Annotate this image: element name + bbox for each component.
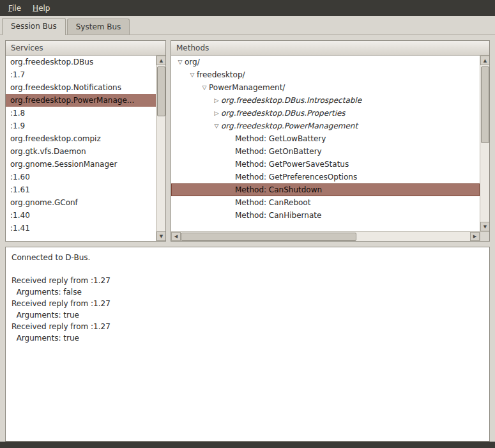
tree-row[interactable]: org.freedesktop.PowerManagement [171,120,480,132]
services-column-header[interactable]: Services [6,41,165,56]
expander-open-icon[interactable] [212,123,221,129]
tree-row-method[interactable]: Method: GetLowBattery [171,132,480,145]
main-panes: Services org.freedesktop.DBus :1.7 org.f… [5,40,490,242]
tree-label: Method: CanShutdown [235,185,322,194]
tree-label: org/ [185,58,200,66]
service-row[interactable]: org.freedesktop.Notifications [6,81,156,94]
expander-closed-icon[interactable] [212,110,221,116]
tree-label: Method: GetOnBattery [235,147,322,156]
tree-label: PowerManagement/ [209,83,285,92]
tree-row-method[interactable]: Method: GetPowerSaveStatus [171,158,480,171]
output-textview[interactable]: Connected to D-Bus. Received reply from … [5,247,490,442]
scroll-up-icon[interactable]: ▲ [156,56,165,65]
service-row[interactable]: :1.8 [6,107,156,120]
methods-vertical-scrollbar[interactable]: ▲ ▼ [480,56,489,231]
menu-file[interactable]: File [3,1,27,15]
service-row[interactable]: :1.60 [6,171,156,183]
tree-label: Method: GetPreferencesOptions [235,173,357,182]
tree-label: org.freedesktop.DBus.Properties [221,109,346,118]
scrollbar-thumb[interactable] [481,66,489,143]
service-row[interactable]: :1.61 [6,183,156,196]
service-row[interactable]: org.gtk.vfs.Daemon [6,145,156,158]
service-row[interactable]: :1.40 [6,209,156,222]
scrollbar-trough[interactable] [480,143,489,222]
output-line: Received reply from :1.27 [11,275,484,286]
service-row[interactable]: :1.41 [6,222,156,235]
service-row-selected[interactable]: org.freedesktop.PowerManage... [6,94,156,107]
tree-row-method[interactable]: Method: GetOnBattery [171,145,480,158]
menubar: File Help [0,0,495,16]
output-line: Received reply from :1.27 [11,321,484,332]
output-line: Received reply from :1.27 [11,298,484,309]
tree-label: freedesktop/ [197,70,245,79]
tree-row[interactable]: org.freedesktop.DBus.Introspectable [171,94,480,107]
window-bottom-edge [0,442,495,448]
tree-row-method[interactable]: Method: GetPreferencesOptions [171,171,480,183]
dbus-inspector-window: File Help Session Bus System Bus Service… [0,0,495,448]
output-line: Arguments: false [11,286,484,298]
scrollbar-trough[interactable] [156,116,165,231]
tree-label: Method: CanHibernate [235,211,321,220]
tree-row[interactable]: org.freedesktop.DBus.Properties [171,107,480,120]
services-pane: Services org.freedesktop.DBus :1.7 org.f… [5,40,166,242]
menu-help[interactable]: Help [27,1,56,15]
tree-row-method-selected[interactable]: Method: CanShutdown [171,183,480,196]
scroll-down-icon[interactable]: ▼ [156,231,165,241]
service-row[interactable]: org.freedesktop.compiz [6,132,156,145]
expander-open-icon[interactable] [176,59,185,65]
services-list: org.freedesktop.DBus :1.7 org.freedeskto… [6,56,156,241]
scroll-up-icon[interactable]: ▲ [480,56,489,65]
expander-open-icon[interactable] [188,72,197,78]
tree-label: Method: CanReboot [235,198,310,207]
service-row[interactable]: org.gnome.SessionManager [6,158,156,171]
expander-closed-icon[interactable] [212,97,221,104]
methods-pane: Methods org/ freedesktop/ PowerManagemen… [171,40,490,242]
tree-row[interactable]: PowerManagement/ [171,81,480,94]
tab-session-bus[interactable]: Session Bus [2,18,66,35]
tree-row-method[interactable]: Method: CanReboot [171,196,480,209]
tab-system-bus[interactable]: System Bus [67,19,130,35]
tree-label: org.freedesktop.PowerManagement [221,121,358,130]
tree-row-method[interactable]: Method: CanHibernate [171,209,480,222]
tree-row[interactable]: freedesktop/ [171,68,480,81]
service-row[interactable]: :1.7 [6,68,156,81]
service-row[interactable]: :1.9 [6,120,156,132]
expander-open-icon[interactable] [200,84,209,91]
output-line [11,263,484,275]
services-vertical-scrollbar[interactable]: ▲ ▼ [156,56,165,241]
scrollbar-corner [480,232,489,241]
scroll-left-icon[interactable]: ◀ [171,232,181,241]
service-row[interactable]: org.freedesktop.DBus [6,56,156,68]
tree-label: Method: GetLowBattery [235,134,326,143]
scrollbar-thumb[interactable] [157,66,165,116]
scroll-right-icon[interactable]: ▶ [470,232,480,241]
output-line: Arguments: true [11,309,484,321]
methods-horizontal-scrollbar[interactable]: ◀ ▶ [171,231,489,241]
tree-row[interactable]: org/ [171,56,480,68]
scrollbar-trough[interactable] [356,232,470,241]
methods-tree: org/ freedesktop/ PowerManagement/ org.f… [171,56,480,231]
output-line: Connected to D-Bus. [11,252,484,263]
tree-label: org.freedesktop.DBus.Introspectable [221,96,362,105]
methods-column-header[interactable]: Methods [171,41,489,56]
output-line: Arguments: true [11,332,484,344]
scroll-down-icon[interactable]: ▼ [480,222,489,231]
service-row[interactable]: org.gnome.GConf [6,196,156,209]
tree-label: Method: GetPowerSaveStatus [235,160,349,169]
bus-tabbar: Session Bus System Bus [0,16,495,35]
scrollbar-thumb[interactable] [181,233,356,241]
